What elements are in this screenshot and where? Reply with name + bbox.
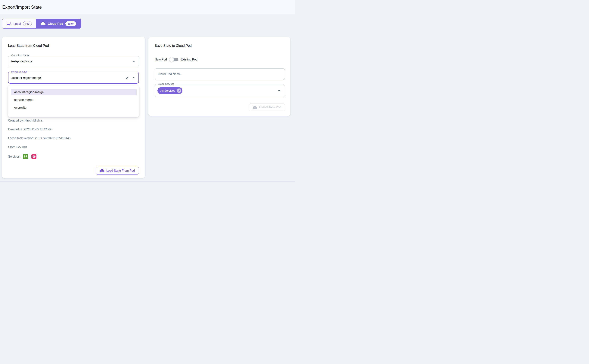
laptop-icon (6, 21, 11, 26)
saved-services-chevron-down-icon[interactable] (277, 88, 282, 93)
all-services-chip-label: All Services (160, 89, 175, 92)
merge-strategy-label: Merge Strategy (10, 71, 28, 73)
chevron-up-icon[interactable] (131, 75, 136, 80)
created-at-text: Created at: 2023-11-05 15:24:42 (8, 128, 139, 131)
horizontal-scrollbar[interactable] (0, 181, 294, 182)
cloud-pod-name-value: test-pod-s3-sqs (8, 60, 32, 63)
cloud-upload-icon (253, 105, 257, 110)
main-content: Local Pro Cloud Pod Team Load State from… (0, 14, 294, 178)
state-mode-tabs: Local Pro Cloud Pod Team (2, 19, 81, 29)
chevron-down-icon[interactable] (131, 59, 136, 64)
save-state-card: Save State to Cloud Pod New Pod Existing… (148, 37, 290, 116)
tab-cloud-pod-label: Cloud Pod (48, 22, 63, 26)
load-state-card: Load State from Cloud Pod Cloud Pod Name… (2, 37, 145, 178)
cloud-pod-name-label: Cloud Pod Name (10, 54, 30, 57)
save-pod-name-placeholder: Cloud Pod Name (155, 72, 181, 76)
size-text: Size: 3.27 KiB (8, 145, 139, 149)
chip-delete-icon[interactable] (177, 88, 181, 93)
sqs-service-icon (31, 154, 36, 159)
clear-icon[interactable] (125, 76, 129, 80)
load-state-button-label: Load State From Pod (106, 169, 135, 172)
created-by-text: Created by: Harsh Mishra (8, 119, 139, 123)
merge-option-account-region-merge[interactable]: account-region-merge (11, 89, 137, 95)
services-label: Services: (8, 155, 20, 158)
saved-services-select[interactable]: Saved Services All Services (155, 84, 285, 97)
s3-service-icon (23, 154, 28, 159)
create-new-pod-button[interactable]: Create New Pod (249, 103, 285, 111)
new-pod-label: New Pod (155, 58, 167, 61)
save-card-title: Save State to Cloud Pod (155, 43, 285, 48)
merge-strategy-combobox[interactable]: Merge Strategy account-region-merge (8, 72, 139, 84)
load-card-title: Load State from Cloud Pod (8, 43, 139, 48)
tab-local-label: Local (13, 22, 21, 26)
merge-strategy-listbox: account-region-merge service-merge overw… (8, 85, 139, 117)
merge-option-service-merge[interactable]: service-merge (11, 97, 137, 103)
save-pod-name-input[interactable]: Cloud Pod Name (155, 68, 285, 80)
cloud-icon (41, 21, 46, 26)
team-badge: Team (65, 21, 76, 26)
text-cursor (41, 76, 41, 80)
services-row: Services: (8, 154, 139, 159)
page-header: Export/Import State (0, 0, 294, 14)
tab-local[interactable]: Local Pro (2, 19, 36, 28)
cloud-pod-name-select[interactable]: Cloud Pod Name test-pod-s3-sqs (8, 56, 139, 67)
load-state-button[interactable]: Load State From Pod (96, 167, 139, 175)
pod-mode-switch[interactable] (169, 57, 178, 62)
create-new-pod-button-label: Create New Pod (259, 105, 281, 109)
pod-mode-toggle-row: New Pod Existing Pod (155, 56, 285, 63)
page-title: Export/Import State (2, 5, 42, 10)
localstack-version-text: LocalStack version: 2.3.3.dev20231025113… (8, 136, 139, 140)
saved-services-label: Saved Services (157, 83, 175, 85)
pro-badge: Pro (23, 21, 32, 26)
existing-pod-label: Existing Pod (181, 58, 197, 61)
all-services-chip[interactable]: All Services (157, 87, 183, 94)
merge-strategy-value: account-region-merge (8, 76, 41, 80)
switch-thumb (169, 57, 174, 62)
cloud-download-icon (100, 169, 104, 173)
merge-option-overwrite[interactable]: overwrite (11, 104, 137, 111)
tab-cloud-pod[interactable]: Cloud Pod Team (36, 19, 81, 28)
